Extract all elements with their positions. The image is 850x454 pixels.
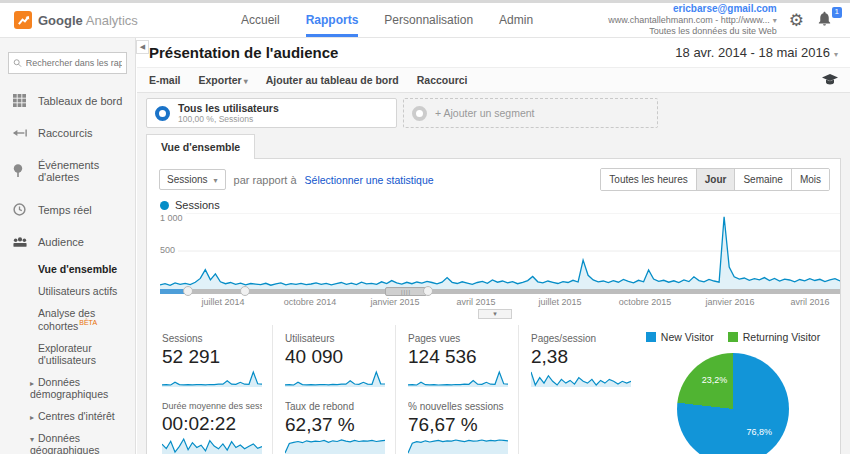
metric-label[interactable]: Durée moyenne des sessions [162, 401, 262, 411]
x-axis-tick: janvier 2016 [705, 297, 754, 307]
add-segment-label: + Ajouter un segment [435, 107, 535, 119]
topbar: Google Analytics Accueil Rapports Person… [0, 3, 850, 38]
segment-all-users[interactable]: Tous les utilisateurs 100,00 %, Sessions [146, 98, 397, 128]
pie-slice-label: 76,8% [746, 427, 772, 437]
sidebar: Tableaux de bord Raccourcis Événements d… [0, 38, 136, 454]
x-axis-tick: juillet 2014 [201, 297, 244, 307]
sidebar-item-label: Temps réel [38, 204, 92, 216]
metric-select-dropdown[interactable]: Sessions▾ [159, 169, 226, 190]
timeline-handle[interactable] [240, 286, 250, 296]
metric-card-users: Utilisateurs 40 090 [283, 325, 396, 393]
tab-overview[interactable]: Vue d'ensemble [146, 134, 255, 159]
metric-value: 40 090 [285, 346, 385, 368]
metric-sparkline [531, 369, 631, 387]
metric-value: 2,38 [531, 346, 631, 368]
metric-card-sessions: Sessions 52 291 [160, 325, 273, 393]
x-axis-tick: octobre 2015 [619, 297, 672, 307]
sidebar-item-active-users[interactable]: Utilisateurs actifs [0, 280, 135, 302]
select-metric-link[interactable]: Sélectionner une statistique [305, 174, 434, 186]
add-segment-button[interactable]: + Ajouter un segment [403, 98, 658, 128]
sidebar-item-label: Tableaux de bord [38, 95, 122, 107]
date-range-picker[interactable]: 18 avr. 2014 - 18 mai 2016▾ [675, 45, 838, 60]
shortcut-button[interactable]: Raccourci [417, 74, 468, 86]
sidebar-collapse-button[interactable]: ◀ [136, 40, 149, 54]
metric-value: 76,67 % [408, 414, 508, 436]
metric-sparkline [162, 436, 262, 454]
x-axis-tick: juillet 2015 [538, 297, 581, 307]
sidebar-item-demographics[interactable]: Données démographiques [0, 371, 135, 405]
dashboards-grid-icon [13, 94, 28, 107]
shortcuts-arrow-icon [13, 128, 28, 138]
account-property: www.chantallehmann.com - http://www...▾ [608, 15, 777, 26]
timeline-handle[interactable] [423, 286, 433, 296]
segments-row: Tous les utilisateurs 100,00 %, Sessions… [146, 98, 841, 128]
timeline-handle[interactable] [183, 286, 193, 296]
search-icon [13, 58, 22, 68]
account-view: Toutes les données du site Web [608, 26, 777, 37]
metric-card-avg-duration: Durée moyenne des sessions 00:02:22 [160, 393, 273, 454]
account-switcher[interactable]: ericbarse@gmail.com www.chantallehmann.c… [608, 3, 777, 38]
sidebar-item-intelligence-events[interactable]: Événements d'alertes [0, 149, 135, 193]
metric-row: Sessions 52 291 Utilisateurs 40 090 Page… [160, 325, 626, 393]
sidebar-item-audience[interactable]: Audience [0, 226, 135, 258]
sidebar-item-overview[interactable]: Vue d'ensemble [0, 258, 135, 280]
metric-label[interactable]: Utilisateurs [285, 333, 385, 344]
metric-label[interactable]: % nouvelles sessions [408, 401, 508, 412]
legend-swatch-icon [646, 332, 656, 342]
segment-subtitle: 100,00 %, Sessions [178, 114, 279, 124]
granularity-group: Toutes les heures Jour Semaine Mois [600, 168, 830, 191]
metric-label[interactable]: Pages/session [531, 333, 631, 344]
nav-reports[interactable]: Rapports [306, 3, 359, 37]
metric-row: Durée moyenne des sessions 00:02:22 Taux… [160, 393, 626, 454]
timeline-scrollbar[interactable] [160, 289, 840, 294]
timeline-thumb[interactable] [385, 287, 427, 296]
brand-google-label: Google [38, 13, 83, 28]
report-header: Présentation de l'audience 18 avr. 2014 … [137, 38, 850, 67]
settings-gear-icon[interactable]: ⚙ [789, 12, 804, 29]
metric-label[interactable]: Pages vues [408, 333, 508, 344]
nav-admin[interactable]: Admin [499, 3, 533, 37]
metric-cards: Sessions 52 291 Utilisateurs 40 090 Page… [160, 325, 626, 454]
sidebar-item-label: Audience [38, 236, 84, 248]
report-search[interactable] [8, 52, 127, 74]
granularity-day-button[interactable]: Jour [697, 169, 736, 190]
notifications-bell-icon[interactable]: 1 [816, 10, 836, 30]
x-axis-tick: avril 2016 [790, 297, 829, 307]
sidebar-item-cohort-analysis[interactable]: Analyse des cohortesBÊTA [0, 302, 135, 337]
page-title: Présentation de l'audience [149, 44, 338, 61]
sidebar-item-shortcuts[interactable]: Raccourcis [0, 117, 135, 149]
granularity-hourly-button[interactable]: Toutes les heures [601, 169, 696, 190]
legend-swatch-icon [728, 332, 738, 342]
sidebar-item-real-time[interactable]: Temps réel [0, 193, 135, 226]
metric-label[interactable]: Sessions [162, 333, 262, 344]
granularity-month-button[interactable]: Mois [792, 169, 829, 190]
sidebar-item-interests[interactable]: Centres d'intérêt [0, 405, 135, 427]
beta-badge: BÊTA [79, 319, 97, 326]
search-input[interactable] [26, 58, 122, 68]
chart-collapse-button[interactable]: ▾ [478, 309, 512, 319]
sidebar-item-dashboards[interactable]: Tableaux de bord [0, 84, 135, 117]
brand[interactable]: Google Analytics [0, 11, 175, 29]
sidebar-item-geo[interactable]: Données géographiques [0, 427, 135, 454]
nav-customization[interactable]: Personnalisation [384, 3, 473, 37]
x-axis-tick: janvier 2015 [370, 297, 419, 307]
vs-label: par rapport à [234, 174, 297, 186]
email-button[interactable]: E-mail [149, 74, 181, 86]
x-axis-tick: avril 2015 [456, 297, 495, 307]
add-to-dashboard-button[interactable]: Ajouter au tableau de bord [266, 74, 399, 86]
stats-area: Sessions 52 291 Utilisateurs 40 090 Page… [147, 321, 840, 454]
sidebar-item-user-explorer[interactable]: Explorateur d'utilisateurs [0, 337, 135, 371]
nav-home[interactable]: Accueil [241, 3, 280, 37]
pie[interactable]: 76,8% 23,2% [677, 353, 789, 454]
legend-new-visitor: New Visitor [646, 331, 714, 343]
intelligence-insights-icon[interactable] [822, 74, 838, 86]
metric-value: 52 291 [162, 346, 262, 368]
google-analytics-app: Google Analytics Accueil Rapports Person… [0, 0, 850, 454]
metric-sparkline [162, 369, 262, 387]
metric-label[interactable]: Taux de rebond [285, 401, 385, 412]
granularity-week-button[interactable]: Semaine [735, 169, 791, 190]
legend-returning-visitor: Returning Visitor [728, 331, 820, 343]
metric-sparkline [285, 437, 385, 454]
segment-donut-icon [155, 106, 170, 121]
export-button[interactable]: Exporter▾ [199, 74, 248, 86]
